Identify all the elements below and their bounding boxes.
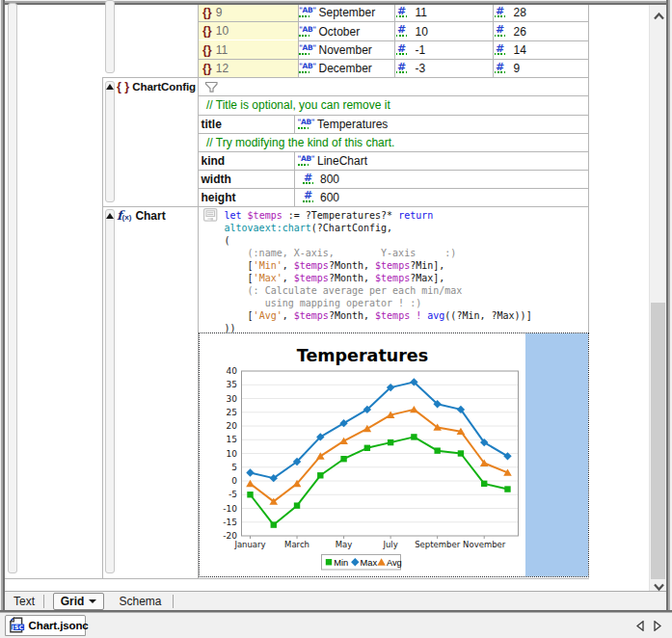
number-type-icon: # — [397, 7, 406, 16]
row-index: 9 — [216, 6, 223, 19]
svg-text:0: 0 — [231, 476, 237, 486]
min-value[interactable]: 10 — [416, 25, 428, 39]
grid-line — [588, 5, 589, 333]
code-token-kw: avg — [427, 310, 444, 321]
code-token-pl: ?Min], — [410, 260, 444, 271]
number-type-icon: # — [496, 25, 504, 35]
code-token-var: $temps — [375, 310, 410, 321]
svg-text:5: 5 — [231, 462, 237, 471]
modified-dots — [303, 182, 313, 184]
code-line: ( — [225, 234, 532, 247]
code-token-pl: ((?Min, ?Max))] — [444, 310, 531, 321]
comment-text[interactable]: // Try modifying the kind of this chart. — [206, 136, 394, 149]
modified-dots — [299, 53, 309, 55]
field-name[interactable]: kind — [202, 154, 226, 168]
string-type-icon: "AB" — [299, 63, 316, 70]
scrollbar-thumb[interactable] — [651, 303, 665, 579]
month-value[interactable]: December — [319, 62, 372, 75]
max-value[interactable]: 28 — [514, 6, 526, 19]
svg-text:Avg: Avg — [387, 557, 402, 567]
field-value[interactable]: Temperatures — [317, 118, 388, 131]
temperature-row: {}9"AB"September#11#28 — [198, 3, 588, 21]
field-name[interactable]: height — [202, 191, 236, 204]
code-token-kw: let — [225, 210, 248, 221]
field-value[interactable]: 600 — [320, 191, 339, 204]
grid-line — [5, 578, 589, 579]
code-token-var: $temps — [294, 260, 329, 271]
field-value[interactable]: 800 — [320, 173, 339, 186]
row-index-cell[interactable]: {}11 — [199, 40, 298, 59]
file-tab-active[interactable]: JSC Chart.jsonc — [5, 615, 86, 637]
min-value[interactable]: -1 — [416, 43, 426, 57]
tab-separator — [43, 595, 44, 608]
field-name[interactable]: width — [202, 173, 231, 186]
comment-text[interactable]: // Title is optional, you can remove it — [206, 98, 390, 112]
modified-dots — [299, 15, 309, 17]
code-token-pl: [ — [225, 310, 254, 321]
code-token-pl: [ — [225, 260, 254, 271]
row-index-cell[interactable]: {}10 — [199, 22, 298, 40]
collapse-icon-chart[interactable] — [106, 213, 114, 219]
root-collapse-bar[interactable] — [8, 3, 17, 573]
x-axis-labels: JanuaryMarchMayJulySeptemberNovember — [233, 536, 505, 549]
code-token-pl: [ — [225, 273, 254, 283]
tab-grid[interactable]: Grid — [53, 593, 104, 610]
max-value[interactable]: 26 — [514, 25, 526, 39]
code-token-com: (:name, X-axis, Y-axis :) — [225, 248, 457, 258]
field-value[interactable]: LineChart — [317, 154, 367, 168]
chart-title: Temperatures — [297, 345, 428, 364]
config-field-row: kind"AB"LineChart — [198, 151, 588, 170]
chartconfig-name[interactable]: ChartConfig — [132, 80, 196, 93]
svg-text:35: 35 — [227, 380, 237, 389]
svg-text:July: July — [382, 539, 397, 548]
month-value[interactable]: October — [319, 25, 361, 39]
filter-funnel-icon[interactable] — [205, 82, 218, 93]
min-value[interactable]: 11 — [416, 6, 427, 19]
code-token-pl: (?ChartConfig, — [311, 223, 392, 233]
string-type-icon: "AB" — [298, 155, 315, 163]
tab-schema[interactable]: Schema — [113, 592, 168, 611]
max-value[interactable]: 9 — [514, 62, 521, 75]
tab-text[interactable]: Text — [5, 592, 43, 611]
svg-text:March: March — [284, 539, 309, 548]
tab-scroll-left-icon[interactable] — [636, 621, 644, 631]
month-value[interactable]: September — [319, 6, 376, 19]
formula-code[interactable]: let $temps := ?Temperatures?* returnalto… — [225, 209, 532, 335]
svg-text:-15: -15 — [223, 517, 237, 526]
code-token-kw: return — [398, 210, 433, 221]
svg-text:15: 15 — [227, 435, 237, 444]
number-type-icon: # — [397, 63, 406, 72]
code-line: (: Calculate average per each min/max — [225, 284, 532, 297]
comment-row: // Title is optional, you can remove it — [198, 95, 588, 114]
comment-row: // Try modifying the kind of this chart. — [198, 133, 588, 151]
number-type-icon: # — [496, 63, 504, 72]
code-token-pl: , — [282, 273, 294, 283]
code-token-pl: ?Month, — [329, 260, 375, 271]
chart-name[interactable]: Chart — [135, 209, 165, 223]
vertical-scrollbar[interactable] — [649, 5, 666, 592]
chart-collapse-bar[interactable] — [105, 209, 115, 574]
row-index-cell[interactable]: {}9 — [199, 4, 298, 21]
scroll-up-icon[interactable] — [654, 13, 664, 21]
file-tab-label: Chart.jsonc — [29, 620, 89, 631]
svg-text:September: September — [415, 539, 460, 548]
svg-text:10: 10 — [227, 448, 238, 458]
row-index: 12 — [216, 62, 228, 75]
temperature-line-chart: -20-15-10-50510152025303540JanuaryMarchM… — [200, 334, 525, 575]
month-value[interactable]: November — [319, 43, 372, 57]
number-type-icon: # — [496, 7, 504, 16]
temperatures-collapse-bar[interactable] — [105, 0, 115, 73]
modified-dots — [298, 127, 309, 129]
min-value[interactable]: -3 — [416, 62, 426, 75]
modified-dots — [299, 71, 309, 73]
object-icon: { } — [117, 80, 129, 93]
code-token-str: 'Max' — [254, 273, 282, 283]
max-value[interactable]: 14 — [514, 43, 526, 57]
chartconfig-collapse-bar[interactable] — [105, 81, 115, 202]
field-name[interactable]: title — [202, 118, 222, 131]
collapse-icon-chartconfig[interactable] — [106, 84, 114, 90]
row-index-cell[interactable]: {}12 — [199, 60, 298, 77]
number-type-icon: # — [397, 25, 406, 35]
chart-result-cell[interactable]: -20-15-10-50510152025303540JanuaryMarchM… — [199, 332, 589, 576]
tab-scroll-right-icon[interactable] — [654, 621, 661, 631]
